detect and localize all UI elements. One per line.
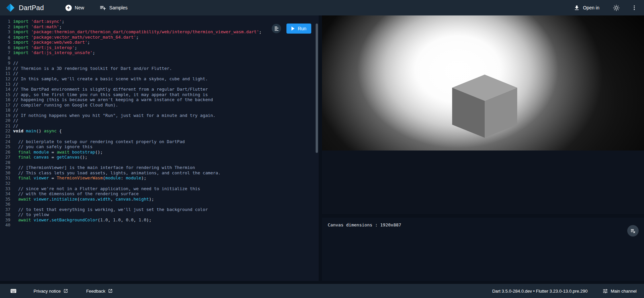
feedback-link[interactable]: Feedback xyxy=(84,288,115,294)
brand: DartPad xyxy=(6,3,44,12)
clear-console-icon xyxy=(630,228,636,233)
feedback-label: Feedback xyxy=(86,289,105,294)
play-icon xyxy=(291,27,294,31)
footer-right: Dart 3.5.0-284.0.dev • Flutter 3.23.0-13… xyxy=(492,288,637,294)
keyboard-shortcuts-button[interactable] xyxy=(8,286,19,296)
app-title: DartPad xyxy=(19,4,44,12)
format-icon xyxy=(274,26,279,31)
privacy-notice-link[interactable]: Privacy notice xyxy=(32,288,70,294)
clear-console-button[interactable] xyxy=(627,225,639,237)
render-output-panel xyxy=(322,15,644,214)
privacy-notice-label: Privacy notice xyxy=(34,289,61,294)
new-button-label: New xyxy=(75,5,84,10)
cube-3d xyxy=(452,75,517,138)
code-lines[interactable]: import 'dart:async';import 'dart:math';i… xyxy=(13,19,262,228)
channel-selector[interactable]: Main channel xyxy=(602,288,637,294)
brightness-icon xyxy=(613,4,620,11)
add-circle-icon xyxy=(65,5,72,11)
open-in-label: Open in xyxy=(583,5,599,10)
run-button-label: Run xyxy=(298,26,307,31)
editor-scrollbar-thumb[interactable] xyxy=(316,24,318,153)
bottom-bar: Privacy notice Feedback Dart 3.5.0-284.0… xyxy=(0,284,644,298)
keyboard-icon xyxy=(10,288,17,294)
open-in-button[interactable]: Open in xyxy=(571,3,602,13)
download-icon xyxy=(574,5,580,11)
render-canvas[interactable] xyxy=(322,15,644,151)
samples-button-label: Samples xyxy=(109,5,127,10)
console-panel: Canvas dimensions : 644x298 xyxy=(322,218,644,281)
channel-label: Main channel xyxy=(611,289,637,294)
brightness-toggle-button[interactable] xyxy=(611,2,622,13)
editor-actions: Run xyxy=(272,24,311,34)
dartpad-app: DartPad New Samples Open in xyxy=(0,0,644,298)
dartpad-logo xyxy=(6,3,15,12)
new-button[interactable]: New xyxy=(63,3,87,13)
version-text: Dart 3.5.0-284.0.dev • Flutter 3.23.0-13… xyxy=(492,289,587,294)
open-in-new-icon xyxy=(108,289,113,293)
kebab-menu-icon xyxy=(631,5,637,11)
playlist-add-icon xyxy=(100,4,106,11)
samples-button[interactable]: Samples xyxy=(97,2,130,13)
code-editor-panel[interactable]: 1234567891011121314151617181920212223242… xyxy=(0,15,319,281)
console-output: Canvas dimensions : 644x298 xyxy=(328,222,401,227)
line-numbers: 1234567891011121314151617181920212223242… xyxy=(0,19,10,228)
run-button[interactable]: Run xyxy=(286,24,311,34)
topbar-right: Open in xyxy=(571,2,639,13)
format-button[interactable] xyxy=(272,24,281,33)
code-scroll-area: 1234567891011121314151617181920212223242… xyxy=(0,19,314,228)
open-in-new-icon xyxy=(63,289,68,293)
top-bar: DartPad New Samples Open in xyxy=(0,0,644,15)
tune-icon xyxy=(602,288,608,294)
overflow-menu-button[interactable] xyxy=(629,3,639,13)
